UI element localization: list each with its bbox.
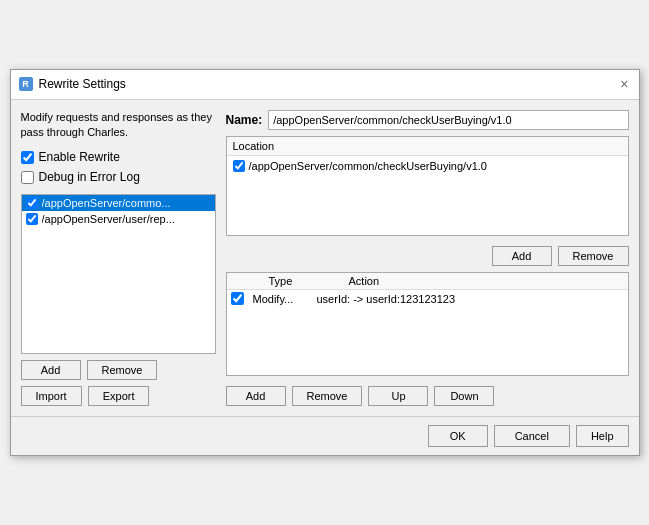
debug-log-label: Debug in Error Log [39,170,140,184]
rule-checkbox[interactable] [26,213,38,225]
enable-rewrite-label: Enable Rewrite [39,150,120,164]
import-button[interactable]: Import [21,386,82,406]
window-icon: R [19,77,33,91]
bottom-bar: OK Cancel Help [11,416,639,455]
col-check-header [231,275,249,287]
rule-list[interactable]: /appOpenServer/commo... /appOpenServer/u… [21,194,216,354]
left-buttons: Add Remove Import Export [21,360,216,406]
left-add-button[interactable]: Add [21,360,81,380]
debug-log-row: Debug in Error Log [21,170,216,184]
location-remove-button[interactable]: Remove [558,246,629,266]
right-panel: Name: Location /appOpenServer/common/che… [226,110,629,407]
location-items: /appOpenServer/common/checkUserBuying/v1… [227,156,628,176]
add-remove-row: Add Remove [21,360,216,380]
enable-rewrite-row: Enable Rewrite [21,150,216,164]
name-label: Name: [226,113,263,127]
rules-box: Type Action Modify... userId: -> userId:… [226,272,629,377]
rules-table-row: Modify... userId: -> userId:123123123 [227,290,628,309]
name-input[interactable] [268,110,628,130]
rule-row-checkbox[interactable] [231,292,244,305]
main-window: R Rewrite Settings × Modify requests and… [10,69,640,457]
left-panel: Modify requests and responses as they pa… [21,110,216,407]
rule-checkbox[interactable] [26,197,38,209]
name-row: Name: [226,110,629,130]
ok-button[interactable]: OK [428,425,488,447]
col-action-header: Action [349,275,624,287]
rule-item[interactable]: /appOpenServer/commo... [22,195,215,211]
title-bar: R Rewrite Settings × [11,70,639,100]
cancel-button[interactable]: Cancel [494,425,570,447]
col-type-header: Type [269,275,329,287]
location-box: Location /appOpenServer/common/checkUser… [226,136,629,236]
import-export-row: Import Export [21,386,216,406]
window-title: Rewrite Settings [39,77,126,91]
rule-label: /appOpenServer/user/rep... [42,213,175,225]
rules-remove-button[interactable]: Remove [292,386,363,406]
rule-row-check [231,292,249,307]
rules-up-button[interactable]: Up [368,386,428,406]
enable-rewrite-checkbox[interactable] [21,151,34,164]
export-button[interactable]: Export [88,386,150,406]
location-checkbox[interactable] [233,160,245,172]
rule-label: /appOpenServer/commo... [42,197,171,209]
close-button[interactable]: × [618,76,630,92]
rule-item[interactable]: /appOpenServer/user/rep... [22,211,215,227]
rules-add-button[interactable]: Add [226,386,286,406]
rules-buttons: Add Remove Up Down [226,386,629,406]
rules-table-header: Type Action [227,273,628,290]
location-header: Location [227,137,628,156]
rule-action: userId: -> userId:123123123 [317,293,624,305]
rules-down-button[interactable]: Down [434,386,494,406]
rule-type: Modify... [253,293,313,305]
location-buttons: Add Remove [226,246,629,266]
location-label: /appOpenServer/common/checkUserBuying/v1… [249,160,487,172]
location-item: /appOpenServer/common/checkUserBuying/v1… [229,158,626,174]
help-button[interactable]: Help [576,425,629,447]
title-bar-left: R Rewrite Settings [19,77,126,91]
left-remove-button[interactable]: Remove [87,360,158,380]
location-add-button[interactable]: Add [492,246,552,266]
debug-log-checkbox[interactable] [21,171,34,184]
main-content: Modify requests and responses as they pa… [11,100,639,417]
description-text: Modify requests and responses as they pa… [21,110,216,141]
